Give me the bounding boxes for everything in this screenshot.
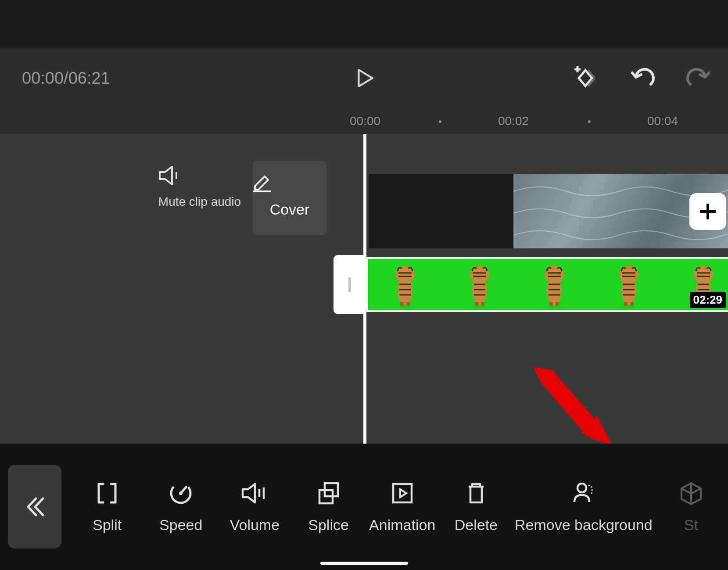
undo-button[interactable] <box>631 68 655 89</box>
svg-point-11 <box>472 277 487 305</box>
annotation-arrow <box>533 367 612 446</box>
svg-rect-9 <box>406 302 410 306</box>
timecode: 00:00/06:21 <box>22 69 110 88</box>
play-button[interactable] <box>353 67 375 89</box>
grip-icon <box>348 277 351 292</box>
delete-button[interactable]: Delete <box>441 480 511 534</box>
main-video-track[interactable] <box>369 174 728 248</box>
add-clip-button[interactable] <box>689 193 726 230</box>
volume-button[interactable]: Volume <box>219 480 290 534</box>
split-icon <box>94 480 120 506</box>
ruler-dot <box>588 120 591 123</box>
overlay-track[interactable]: 02:29 <box>334 255 728 314</box>
svg-rect-16 <box>549 302 553 306</box>
svg-rect-21 <box>630 302 634 306</box>
svg-point-15 <box>547 277 562 305</box>
pencil-icon <box>252 173 327 192</box>
svg-rect-36 <box>393 484 412 502</box>
keyframe-button[interactable] <box>569 65 600 91</box>
playhead[interactable] <box>363 134 366 444</box>
svg-point-7 <box>398 277 412 305</box>
cover-button[interactable]: Cover <box>252 161 327 235</box>
bottom-toolbar: Split Speed Volume Splice Animation Dele… <box>0 444 728 570</box>
plus-icon <box>698 202 717 221</box>
svg-rect-12 <box>475 302 478 306</box>
redo-button[interactable] <box>686 68 710 89</box>
timeline-area[interactable]: Mute clip audio Cover <box>0 134 728 444</box>
speaker-icon <box>158 164 241 187</box>
clip-duration-badge: 02:29 <box>690 292 726 308</box>
speed-icon <box>168 480 194 506</box>
chevron-left-double-icon <box>24 496 46 518</box>
svg-point-19 <box>621 277 636 305</box>
svg-point-37 <box>577 484 586 492</box>
mute-clip-audio-button[interactable]: Mute clip audio <box>158 164 241 209</box>
splice-icon <box>316 480 341 506</box>
time-ruler[interactable]: 00:00 00:02 00:04 <box>0 108 728 134</box>
app-root: 00:00/06:21 00:00 00:02 <box>0 0 728 570</box>
splice-button[interactable]: Splice <box>294 480 364 534</box>
split-button[interactable]: Split <box>72 480 142 534</box>
person-cutout-icon <box>571 480 596 505</box>
preview-collapsed <box>0 0 728 48</box>
back-button[interactable] <box>8 465 61 548</box>
clip-thumb-tiger <box>609 262 649 306</box>
cube-icon <box>680 480 703 506</box>
ruler-mark: 00:02 <box>498 114 529 128</box>
animation-button[interactable]: Animation <box>367 480 438 534</box>
ruler-mark: 00:00 <box>350 114 380 128</box>
remove-background-button[interactable]: Remove background <box>515 480 653 534</box>
clip-thumb-tiger <box>534 262 574 306</box>
clip-handle-left[interactable] <box>334 255 366 314</box>
speed-button[interactable]: Speed <box>146 480 216 534</box>
transport-bar: 00:00/06:21 <box>0 48 728 108</box>
svg-point-31 <box>179 491 183 495</box>
volume-icon <box>240 480 269 506</box>
svg-rect-17 <box>556 302 559 306</box>
trash-icon <box>463 480 489 506</box>
svg-rect-20 <box>624 302 628 306</box>
ruler-mark: 00:04 <box>647 114 678 128</box>
clip-thumb-tiger <box>385 262 425 306</box>
ruler-dot <box>439 120 441 123</box>
animation-icon <box>390 480 415 506</box>
svg-rect-13 <box>481 302 484 306</box>
home-indicator <box>320 562 408 565</box>
overlay-clip-greenscreen[interactable]: 02:29 <box>366 257 728 312</box>
clip-thumb-tiger <box>460 262 499 306</box>
style-button-partial[interactable]: St <box>656 480 726 534</box>
svg-rect-8 <box>400 302 404 306</box>
